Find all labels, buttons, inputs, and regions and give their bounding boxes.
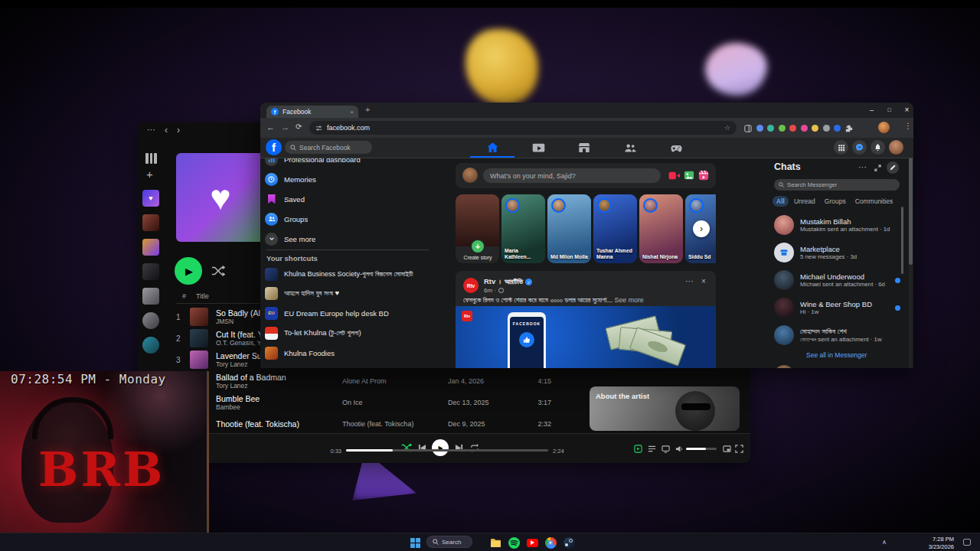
browser-tab[interactable]: f Facebook × bbox=[266, 106, 358, 118]
story-card[interactable]: Maria Kathleen... bbox=[501, 194, 545, 263]
shortcut-item[interactable]: Khulna Business Society-খুলনা বিজনেস সোস… bbox=[265, 263, 437, 285]
nav-tab-home[interactable] bbox=[470, 138, 514, 158]
chat-item-partial[interactable]: Eva Man bbox=[769, 361, 904, 368]
queue-icon[interactable] bbox=[648, 445, 656, 453]
playlist-tile[interactable] bbox=[142, 214, 159, 231]
sidebar-item-saved[interactable]: Saved bbox=[265, 190, 437, 208]
chats-tab-all[interactable]: All bbox=[773, 196, 789, 207]
stories-next-button[interactable]: › bbox=[693, 220, 710, 237]
chats-options-icon[interactable]: ⋯ bbox=[858, 162, 867, 172]
playlist-tile[interactable] bbox=[142, 263, 159, 280]
facebook-search[interactable]: Search Facebook bbox=[285, 141, 372, 154]
nav-tab-watch[interactable] bbox=[516, 138, 560, 158]
tray-chevron-icon[interactable]: ∧ bbox=[882, 539, 887, 546]
track-album[interactable]: On Ice bbox=[342, 399, 448, 406]
composer-avatar[interactable] bbox=[462, 168, 478, 183]
extension-icon[interactable] bbox=[779, 125, 786, 132]
extension-icon[interactable] bbox=[834, 125, 841, 132]
messenger-search[interactable]: Search Messenger bbox=[774, 179, 900, 191]
nav-tab-marketplace[interactable] bbox=[562, 138, 606, 158]
miniplayer-icon[interactable] bbox=[723, 445, 731, 453]
chat-item[interactable]: Marketplace 5 new messages · 3d bbox=[769, 239, 904, 266]
forward-icon[interactable]: → bbox=[281, 122, 289, 132]
post-author-avatar[interactable]: Rtv bbox=[463, 278, 479, 293]
extension-icon[interactable] bbox=[823, 125, 830, 132]
profile-avatar[interactable] bbox=[878, 122, 890, 133]
track-title[interactable]: Thootie (feat. Tokischa) bbox=[216, 419, 342, 429]
fullscreen-icon[interactable] bbox=[735, 445, 743, 453]
site-info-icon[interactable] bbox=[315, 125, 322, 132]
volume-icon[interactable] bbox=[675, 445, 684, 453]
extensions-puzzle-icon[interactable] bbox=[845, 125, 853, 132]
page-scrollbar[interactable] bbox=[909, 138, 913, 368]
taskbar-search[interactable]: Search bbox=[426, 536, 472, 548]
chats-scrollbar[interactable] bbox=[901, 207, 903, 274]
start-button[interactable] bbox=[408, 536, 422, 549]
chats-compose-button[interactable] bbox=[887, 161, 899, 174]
notifications-button[interactable] bbox=[871, 140, 885, 155]
artist-tile[interactable] bbox=[142, 337, 159, 354]
now-playing-view-icon[interactable] bbox=[634, 445, 642, 453]
reload-icon[interactable]: ⟳ bbox=[296, 122, 302, 131]
taskbar-clock[interactable]: 7:28 PM 3/23/2026 bbox=[929, 536, 954, 551]
sidebar-item-groups[interactable]: Groups bbox=[265, 210, 437, 228]
play-pause-button[interactable]: ▶ bbox=[432, 439, 449, 456]
podcast-tile[interactable] bbox=[142, 312, 159, 329]
youtube-icon[interactable] bbox=[525, 536, 539, 549]
playlist-tile[interactable] bbox=[142, 288, 159, 305]
track-artist[interactable]: Bambee bbox=[216, 403, 342, 411]
extension-icon[interactable] bbox=[767, 125, 774, 132]
nav-tab-groups[interactable] bbox=[608, 138, 652, 158]
shortcut-item[interactable]: To-let Khulna (টু-লেট খুলনা) bbox=[265, 324, 437, 342]
create-playlist-icon[interactable]: + bbox=[146, 168, 153, 180]
track-album[interactable]: Alone At Prom bbox=[342, 377, 448, 385]
reel-icon[interactable] bbox=[698, 170, 709, 181]
playlist-tile[interactable] bbox=[142, 239, 159, 256]
chat-item[interactable]: মোহাম্মদ সাকিব শেখ মোহাম্মদ sent an atta… bbox=[769, 321, 904, 349]
about-artist-card[interactable]: About the artist bbox=[590, 386, 740, 431]
create-story-card[interactable]: + Create story bbox=[456, 194, 499, 263]
track-album[interactable]: Thootie (feat. Tokischa) bbox=[342, 420, 448, 428]
photo-video-icon[interactable] bbox=[684, 170, 694, 181]
post-hide-icon[interactable]: × bbox=[701, 277, 706, 285]
nav-forward-icon[interactable]: › bbox=[177, 125, 180, 135]
side-panel-icon[interactable] bbox=[744, 125, 752, 132]
volume-bar[interactable] bbox=[686, 448, 717, 450]
shortcut-item[interactable]: EU EU Dream Europe help desk BD bbox=[265, 304, 437, 322]
track-title[interactable]: Bumble Bee bbox=[216, 394, 342, 403]
liked-songs-tile[interactable]: ♥ bbox=[142, 190, 159, 207]
steam-icon[interactable] bbox=[562, 536, 576, 549]
library-icon[interactable] bbox=[145, 153, 157, 164]
file-explorer-icon[interactable] bbox=[488, 536, 502, 549]
post-see-more-link[interactable]: See more bbox=[615, 296, 644, 304]
shortcut-item[interactable]: আহলে হাদিস যুব সংঘ ♥ bbox=[265, 284, 437, 302]
play-button[interactable]: ▶ bbox=[175, 257, 202, 285]
url-bar[interactable]: facebook.com ☆ bbox=[309, 121, 737, 135]
chats-tab-unread[interactable]: Unread bbox=[790, 196, 819, 207]
chats-tab-groups[interactable]: Groups bbox=[821, 196, 850, 207]
shortcut-item[interactable]: Khulna Foodies bbox=[265, 344, 437, 362]
shuffle-icon[interactable] bbox=[211, 265, 225, 277]
new-tab-icon[interactable]: + bbox=[365, 105, 370, 114]
story-card[interactable]: Md Milon Molla bbox=[547, 194, 591, 263]
chrome-menu-icon[interactable]: ⋮ bbox=[904, 122, 912, 130]
post-image[interactable]: Rtv FACEBOOK bbox=[456, 306, 716, 368]
sidebar-item-memories[interactable]: Memories bbox=[265, 170, 437, 188]
track-title[interactable]: Ballad of a Badman bbox=[216, 373, 342, 382]
chat-item[interactable]: Mustakim Billah Mustakim sent an attachm… bbox=[769, 211, 904, 239]
track-artist[interactable]: Tory Lanez bbox=[216, 382, 342, 390]
window-close-icon[interactable]: × bbox=[898, 103, 916, 117]
window-minimize-icon[interactable]: – bbox=[863, 103, 880, 117]
chat-item[interactable]: Michael Underwood Michael sent an attach… bbox=[769, 266, 904, 294]
story-card[interactable]: Tushar Ahmed Manna bbox=[593, 194, 637, 263]
chrome-icon[interactable] bbox=[544, 536, 557, 549]
page-scrollbar-thumb[interactable] bbox=[909, 150, 913, 265]
post-menu-icon[interactable]: ⋯ bbox=[685, 276, 694, 286]
nav-back-icon[interactable]: ‹ bbox=[165, 125, 168, 135]
messenger-button[interactable] bbox=[852, 140, 867, 155]
extension-icon[interactable] bbox=[801, 125, 808, 132]
progress-bar[interactable] bbox=[346, 449, 548, 452]
notification-center-icon[interactable] bbox=[963, 539, 971, 546]
facebook-logo[interactable]: f bbox=[266, 139, 282, 155]
chat-item[interactable]: Wine & Beer Shop BD Hi · 1w bbox=[769, 294, 904, 321]
